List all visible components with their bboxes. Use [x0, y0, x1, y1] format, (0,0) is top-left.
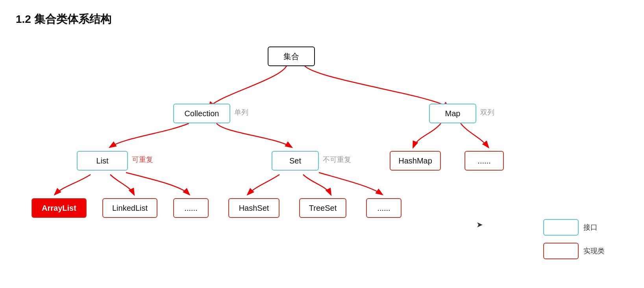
cursor-indicator: ➤: [476, 220, 483, 229]
node-map: Map: [429, 104, 476, 123]
node-hashmap: HashMap: [390, 151, 441, 171]
label-double: 双列: [480, 108, 494, 117]
label-repeatable: 可重复: [132, 155, 153, 164]
legend-impl-box: [543, 243, 579, 259]
legend-impl-label: 实现类: [583, 246, 605, 256]
node-arraylist: ArrayList: [31, 198, 87, 218]
legend-impl-item: 实现类: [543, 243, 605, 259]
legend-interface-label: 接口: [583, 223, 598, 232]
node-hashset: HashSet: [228, 198, 279, 218]
node-treeset: TreeSet: [299, 198, 346, 218]
label-single: 单列: [234, 108, 248, 117]
diagram-area: 集合 Collection 单列 Map 双列 List 可重复 Set 不可重…: [16, 35, 628, 283]
page-container: 1.2 集合类体系结构: [0, 0, 644, 288]
page-title: 1.2 集合类体系结构: [16, 12, 628, 27]
node-linkedlist: LinkedList: [102, 198, 157, 218]
legend-interface-item: 接口: [543, 219, 605, 236]
legend-interface-box: [543, 219, 579, 236]
legend: 接口 实现类: [543, 219, 605, 259]
node-collection: Collection: [173, 104, 230, 123]
node-set: Set: [272, 151, 319, 171]
node-list: List: [77, 151, 128, 171]
node-mapdots: ......: [464, 151, 504, 171]
node-listdots: ......: [173, 198, 209, 218]
label-no-repeat: 不可重复: [323, 155, 351, 164]
node-setdots: ......: [366, 198, 402, 218]
node-root: 集合: [268, 46, 315, 66]
